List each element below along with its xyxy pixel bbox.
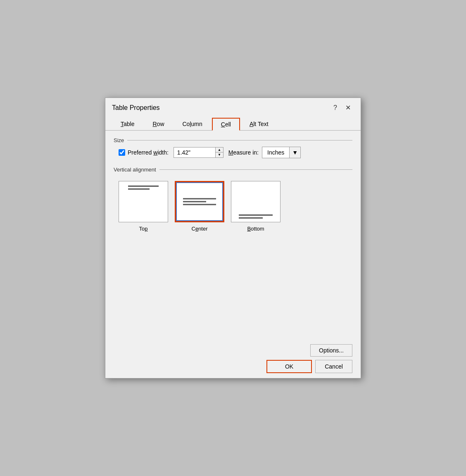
bottom-label: Bottom <box>247 226 264 232</box>
preferred-width-checkbox[interactable] <box>119 149 125 156</box>
spinner-up-button[interactable]: ▲ <box>216 148 223 152</box>
tabs-container: Table Row Column Cell Alt Text <box>105 114 361 131</box>
measure-group: Measure in: Inches ▼ <box>228 147 301 158</box>
measure-in-arrow[interactable]: ▼ <box>289 147 300 158</box>
dialog-title: Table Properties <box>112 104 160 112</box>
dropdown-chevron-icon: ▼ <box>292 149 298 156</box>
title-bar: Table Properties ? ✕ <box>105 98 361 112</box>
title-controls: ? ✕ <box>330 103 354 112</box>
center-align-lines <box>183 198 216 205</box>
alignment-options: Top Center <box>114 176 352 237</box>
cancel-button[interactable]: Cancel <box>315 360 352 373</box>
align-line-b2 <box>239 217 263 219</box>
spinner-down-button[interactable]: ▼ <box>216 152 223 157</box>
tab-cell-label: Cell <box>221 121 231 128</box>
close-button[interactable]: ✕ <box>342 103 354 112</box>
tab-column-label: Column <box>183 121 202 127</box>
top-align-lines <box>128 186 159 190</box>
dialog-content: Size Preferred width: ▲ ▼ Measure in: In… <box>105 131 361 339</box>
bottom-align-lines <box>239 214 273 219</box>
center-label: Center <box>191 226 207 232</box>
vertical-alignment-section: Vertical alignment Top <box>114 167 352 237</box>
alignment-option-center[interactable]: Center <box>175 181 224 232</box>
tab-table[interactable]: Table <box>112 118 143 131</box>
va-section-title: Vertical alignment <box>114 167 352 173</box>
table-properties-dialog: Table Properties ? ✕ Table Row Column Ce… <box>105 98 361 378</box>
width-input[interactable] <box>174 148 215 157</box>
alignment-option-bottom[interactable]: Bottom <box>231 181 281 232</box>
tab-row[interactable]: Row <box>144 118 173 131</box>
measure-in-value: Inches <box>262 148 289 157</box>
align-line-1 <box>128 186 159 187</box>
preferred-width-group: Preferred width: <box>119 149 169 156</box>
tab-table-label: Table <box>121 121 134 127</box>
tab-cell[interactable]: Cell <box>212 118 240 131</box>
measure-in-dropdown[interactable]: Inches ▼ <box>262 147 301 158</box>
top-label: Top <box>139 226 148 232</box>
top-alignment-box <box>119 181 168 222</box>
bottom-area: Options... OK Cancel <box>105 339 361 378</box>
tab-alt-text-label: Alt Text <box>250 121 269 127</box>
ok-button[interactable]: OK <box>266 360 312 373</box>
align-line-c1 <box>183 198 216 200</box>
help-button[interactable]: ? <box>330 103 340 112</box>
alignment-option-top[interactable]: Top <box>119 181 168 232</box>
ok-cancel-row: OK Cancel <box>114 360 352 373</box>
size-row: Preferred width: ▲ ▼ Measure in: Inches … <box>114 147 352 158</box>
align-line-c3 <box>183 204 216 205</box>
options-button[interactable]: Options... <box>310 344 352 357</box>
align-line-b1 <box>239 214 273 216</box>
width-input-group: ▲ ▼ <box>174 147 223 158</box>
width-spinner: ▲ ▼ <box>215 148 223 157</box>
align-line-2 <box>128 188 150 190</box>
bottom-alignment-box <box>231 181 281 222</box>
options-row: Options... <box>114 344 352 357</box>
measure-in-label: Measure in: <box>228 149 259 156</box>
preferred-width-label: Preferred width: <box>128 149 169 156</box>
tab-alt-text[interactable]: Alt Text <box>241 118 277 131</box>
align-line-c2 <box>183 201 206 202</box>
tab-row-label: Row <box>152 121 164 127</box>
tab-column[interactable]: Column <box>174 118 211 131</box>
center-alignment-box <box>175 181 224 222</box>
size-section-title: Size <box>114 137 352 143</box>
